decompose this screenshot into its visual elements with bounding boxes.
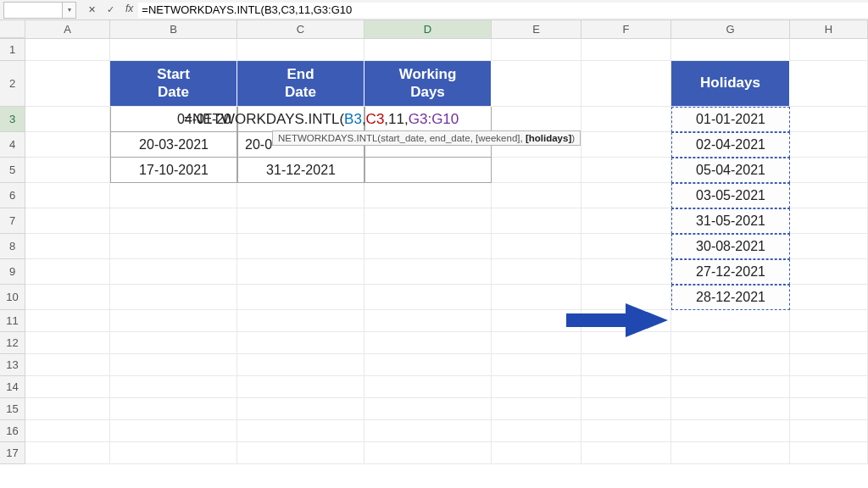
- name-box-dropdown-icon[interactable]: ▾: [63, 2, 76, 19]
- cell-c13[interactable]: [237, 354, 364, 376]
- cell-g3[interactable]: 01-01-2021: [671, 107, 790, 132]
- cell-a9[interactable]: [25, 259, 110, 285]
- cell-g6[interactable]: 03-05-2021: [671, 183, 790, 208]
- cell-h2[interactable]: [790, 61, 868, 107]
- cell-a12[interactable]: [25, 332, 110, 354]
- formula-editing-overlay[interactable]: =NETWORKDAYS.INTL( B3, C3, 11, G3:G10: [181, 107, 459, 131]
- cell-f6[interactable]: [581, 183, 671, 208]
- cell-e3[interactable]: [492, 107, 581, 132]
- cell-b13[interactable]: [110, 354, 237, 376]
- cell-f3[interactable]: [581, 107, 671, 132]
- cell-c9[interactable]: [237, 259, 364, 285]
- cell-h16[interactable]: [790, 420, 868, 442]
- cell-e1[interactable]: [492, 39, 581, 61]
- cell-e6[interactable]: [492, 183, 581, 208]
- col-header-b[interactable]: B: [110, 20, 237, 38]
- cell-d7[interactable]: [364, 208, 492, 234]
- cell-e9[interactable]: [492, 259, 581, 285]
- cell-h13[interactable]: [790, 354, 868, 376]
- row-header-8[interactable]: 8: [0, 234, 25, 259]
- cell-g9[interactable]: 27-12-2021: [671, 259, 790, 285]
- cell-b7[interactable]: [110, 208, 237, 234]
- cell-c7[interactable]: [237, 208, 364, 234]
- row-header-11[interactable]: 11: [0, 310, 25, 332]
- cell-f5[interactable]: [581, 158, 671, 183]
- cell-a16[interactable]: [25, 420, 110, 442]
- cell-h7[interactable]: [790, 208, 868, 234]
- row-header-6[interactable]: 6: [0, 183, 25, 208]
- cell-h10[interactable]: [790, 285, 868, 310]
- cell-g12[interactable]: [671, 332, 790, 354]
- cell-b17[interactable]: [110, 442, 237, 464]
- cell-h9[interactable]: [790, 259, 868, 285]
- cell-b15[interactable]: [110, 398, 237, 420]
- cell-e8[interactable]: [492, 234, 581, 259]
- cell-c10[interactable]: [237, 285, 364, 310]
- cell-f16[interactable]: [581, 420, 671, 442]
- row-header-5[interactable]: 5: [0, 158, 25, 183]
- col-header-h[interactable]: H: [790, 20, 868, 38]
- row-header-4[interactable]: 4: [0, 132, 25, 158]
- cell-g4[interactable]: 02-04-2021: [671, 132, 790, 158]
- row-header-9[interactable]: 9: [0, 259, 25, 285]
- cell-c8[interactable]: [237, 234, 364, 259]
- formula-input[interactable]: =NETWORKDAYS.INTL(B3,C3,11,G3:G10: [138, 3, 868, 18]
- cell-a13[interactable]: [25, 354, 110, 376]
- cell-a1[interactable]: [25, 39, 110, 61]
- row-header-16[interactable]: 16: [0, 420, 25, 442]
- cell-b11[interactable]: [110, 310, 237, 332]
- cell-d5[interactable]: [364, 158, 492, 183]
- cell-d1[interactable]: [364, 39, 492, 61]
- cell-a17[interactable]: [25, 442, 110, 464]
- col-header-d[interactable]: D: [364, 20, 492, 38]
- cell-h4[interactable]: [790, 132, 868, 158]
- cell-h12[interactable]: [790, 332, 868, 354]
- cell-g15[interactable]: [671, 398, 790, 420]
- cell-e15[interactable]: [492, 398, 581, 420]
- cell-a8[interactable]: [25, 234, 110, 259]
- cell-c16[interactable]: [237, 420, 364, 442]
- cell-c5[interactable]: 31-12-2021: [237, 158, 364, 183]
- cell-d15[interactable]: [364, 398, 492, 420]
- cell-f14[interactable]: [581, 376, 671, 398]
- cell-e13[interactable]: [492, 354, 581, 376]
- col-header-g[interactable]: G: [671, 20, 790, 38]
- cell-b4[interactable]: 20-03-2021: [110, 132, 237, 158]
- cell-d6[interactable]: [364, 183, 492, 208]
- row-header-10[interactable]: 10: [0, 285, 25, 310]
- cell-f7[interactable]: [581, 208, 671, 234]
- cell-f17[interactable]: [581, 442, 671, 464]
- col-header-e[interactable]: E: [492, 20, 581, 38]
- col-header-f[interactable]: F: [581, 20, 671, 38]
- cell-h5[interactable]: [790, 158, 868, 183]
- cell-b5[interactable]: 17-10-2021: [110, 158, 237, 183]
- cell-g11[interactable]: [671, 310, 790, 332]
- cell-g7[interactable]: 31-05-2021: [671, 208, 790, 234]
- cell-f15[interactable]: [581, 398, 671, 420]
- cell-c14[interactable]: [237, 376, 364, 398]
- cell-h3[interactable]: [790, 107, 868, 132]
- cell-h8[interactable]: [790, 234, 868, 259]
- row-header-2[interactable]: 2: [0, 61, 25, 107]
- cell-g14[interactable]: [671, 376, 790, 398]
- cell-h1[interactable]: [790, 39, 868, 61]
- cell-g13[interactable]: [671, 354, 790, 376]
- header-holidays[interactable]: Holidays: [671, 61, 790, 107]
- cell-d12[interactable]: [364, 332, 492, 354]
- cell-d9[interactable]: [364, 259, 492, 285]
- cell-c12[interactable]: [237, 332, 364, 354]
- cell-g5[interactable]: 05-04-2021: [671, 158, 790, 183]
- cell-b12[interactable]: [110, 332, 237, 354]
- cell-e16[interactable]: [492, 420, 581, 442]
- cell-f4[interactable]: [581, 132, 671, 158]
- col-header-c[interactable]: C: [237, 20, 364, 38]
- cell-g10[interactable]: 28-12-2021: [671, 285, 790, 310]
- cell-c11[interactable]: [237, 310, 364, 332]
- cell-d14[interactable]: [364, 376, 492, 398]
- row-header-15[interactable]: 15: [0, 398, 25, 420]
- cell-b14[interactable]: [110, 376, 237, 398]
- row-header-13[interactable]: 13: [0, 354, 25, 376]
- cell-g1[interactable]: [671, 39, 790, 61]
- cell-a11[interactable]: [25, 310, 110, 332]
- cell-c6[interactable]: [237, 183, 364, 208]
